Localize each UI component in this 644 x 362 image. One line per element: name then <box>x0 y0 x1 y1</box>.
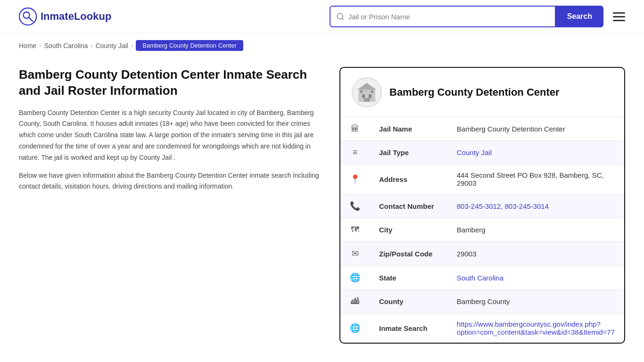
table-row: 🌐 Inmate Search https://www.bambergcount… <box>340 313 624 343</box>
table-row: ≡ Jail Type County Jail <box>340 141 624 165</box>
city-icon: 🗺 <box>351 225 359 235</box>
logo-text: InmateLookup <box>41 10 111 23</box>
jail-icon: 🏛 <box>351 124 359 134</box>
field-value: Bamberg County Detention Center <box>447 117 624 141</box>
breadcrumb-current: Bamberg County Detention Center <box>136 40 243 51</box>
field-value: 803-245-3012, 803-245-3014 <box>447 194 624 218</box>
list-icon: ≡ <box>353 148 358 157</box>
table-row: 🏛 Jail Name Bamberg County Detention Cen… <box>340 117 624 141</box>
field-label: County <box>370 290 447 313</box>
contact-number-link[interactable]: 803-245-3012, 803-245-3014 <box>457 202 549 210</box>
left-column: Bamberg County Detention Center Inmate S… <box>19 67 321 199</box>
header: InmateLookup Search <box>0 0 644 33</box>
breadcrumb-sep: › <box>39 42 41 49</box>
breadcrumb-sep: › <box>91 42 92 49</box>
jail-type-link[interactable]: County Jail <box>457 148 492 156</box>
page-desc-1: Bamberg County Detention Center is a hig… <box>19 107 321 164</box>
info-card-header: Bamberg County Detention Center <box>340 68 624 117</box>
search-wrapper <box>330 6 556 27</box>
location-icon: 📍 <box>350 174 360 184</box>
field-value: Bamberg County <box>447 290 624 313</box>
field-value: Bamberg <box>447 218 624 242</box>
globe-icon: 🌐 <box>350 272 360 283</box>
zip-icon: ✉ <box>352 248 359 259</box>
svg-line-4 <box>342 18 343 19</box>
breadcrumb-state[interactable]: South Carolina <box>44 42 88 49</box>
svg-rect-11 <box>371 90 373 93</box>
breadcrumb-jail-type[interactable]: County Jail <box>96 42 128 49</box>
county-icon: 🏙 <box>351 296 359 306</box>
inmate-search-link[interactable]: https://www.bambergcountysc.gov/index.ph… <box>457 320 615 336</box>
search-button[interactable]: Search <box>556 6 603 27</box>
state-link[interactable]: South Carolina <box>457 274 504 282</box>
hamburger-line <box>613 16 625 17</box>
svg-line-2 <box>29 17 33 22</box>
field-value: South Carolina <box>447 266 624 290</box>
field-value: https://www.bambergcountysc.gov/index.ph… <box>447 313 624 343</box>
menu-button[interactable] <box>613 12 625 21</box>
field-label: Jail Type <box>370 141 447 165</box>
facility-building-icon <box>355 81 378 104</box>
search-input[interactable] <box>348 13 549 21</box>
inmate-search-icon: 🌐 <box>350 323 360 333</box>
page-desc-2: Below we have given information about th… <box>19 170 321 193</box>
field-label: City <box>370 218 447 242</box>
hamburger-line <box>613 12 625 14</box>
phone-icon: 📞 <box>350 201 360 211</box>
breadcrumb-sep: › <box>131 42 133 49</box>
search-icon <box>336 12 345 21</box>
hamburger-line <box>613 20 625 21</box>
table-row: ✉ Zip/Postal Code 29003 <box>340 242 624 266</box>
breadcrumb: Home › South Carolina › County Jail › Ba… <box>0 33 644 58</box>
facility-avatar <box>352 77 382 107</box>
logo-icon <box>19 8 37 25</box>
table-row: 🏙 County Bamberg County <box>340 290 624 313</box>
field-label: Zip/Postal Code <box>370 242 447 266</box>
field-label: Jail Name <box>370 117 447 141</box>
svg-rect-7 <box>362 94 365 98</box>
search-area: Search <box>330 6 625 27</box>
field-value: 444 Second Street PO Box 928, Bamberg, S… <box>447 165 624 194</box>
right-column: Bamberg County Detention Center 🏛 Jail N… <box>339 67 625 344</box>
svg-rect-8 <box>369 94 372 98</box>
info-card: Bamberg County Detention Center 🏛 Jail N… <box>339 67 625 344</box>
table-row: 📞 Contact Number 803-245-3012, 803-245-3… <box>340 194 624 218</box>
main-content: Bamberg County Detention Center Inmate S… <box>0 58 644 362</box>
logo-link[interactable]: InmateLookup <box>19 8 111 25</box>
page-title: Bamberg County Detention Center Inmate S… <box>19 67 321 99</box>
facility-name-header: Bamberg County Detention Center <box>389 86 560 99</box>
table-row: 🌐 State South Carolina <box>340 266 624 290</box>
field-label: State <box>370 266 447 290</box>
field-label: Address <box>370 165 447 194</box>
svg-point-0 <box>19 8 36 25</box>
svg-rect-9 <box>364 98 370 102</box>
field-label: Inmate Search <box>370 313 447 343</box>
svg-marker-6 <box>357 83 376 90</box>
breadcrumb-home[interactable]: Home <box>19 42 36 49</box>
field-value: County Jail <box>447 141 624 165</box>
svg-rect-10 <box>360 90 363 93</box>
info-table: 🏛 Jail Name Bamberg County Detention Cen… <box>340 117 624 343</box>
table-row: 🗺 City Bamberg <box>340 218 624 242</box>
table-row: 📍 Address 444 Second Street PO Box 928, … <box>340 165 624 194</box>
field-label: Contact Number <box>370 194 447 218</box>
field-value: 29003 <box>447 242 624 266</box>
